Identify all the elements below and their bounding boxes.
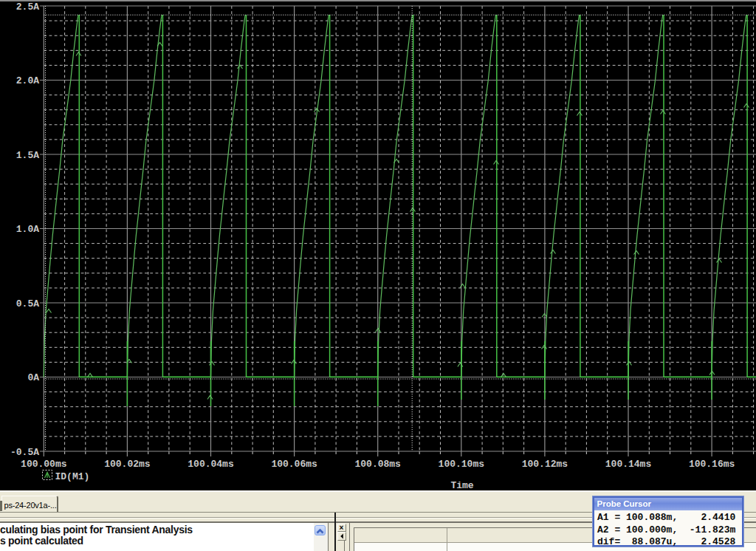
svg-text:100.06ms: 100.06ms (271, 459, 317, 470)
svg-text:0.5A: 0.5A (16, 298, 39, 309)
svg-text:2.0A: 2.0A (16, 75, 39, 86)
svg-text:100.16ms: 100.16ms (689, 459, 735, 470)
svg-text:100.14ms: 100.14ms (605, 459, 652, 470)
svg-text:1.0A: 1.0A (16, 224, 39, 235)
svg-text:100.12ms: 100.12ms (522, 459, 568, 470)
svg-text:ID(M1): ID(M1) (55, 471, 90, 482)
svg-text:2.5A: 2.5A (16, 1, 39, 13)
svg-text:1.5A: 1.5A (16, 150, 39, 161)
svg-text:100.04ms: 100.04ms (188, 459, 234, 470)
svg-text:100.10ms: 100.10ms (439, 459, 485, 470)
svg-text:-0.5A: -0.5A (10, 447, 39, 458)
svg-text:100.00ms: 100.00ms (21, 459, 67, 470)
svg-text:100.08ms: 100.08ms (354, 459, 401, 470)
svg-text:Time: Time (450, 480, 473, 491)
svg-text:100.02ms: 100.02ms (104, 459, 151, 470)
svg-text:0A: 0A (27, 372, 39, 383)
